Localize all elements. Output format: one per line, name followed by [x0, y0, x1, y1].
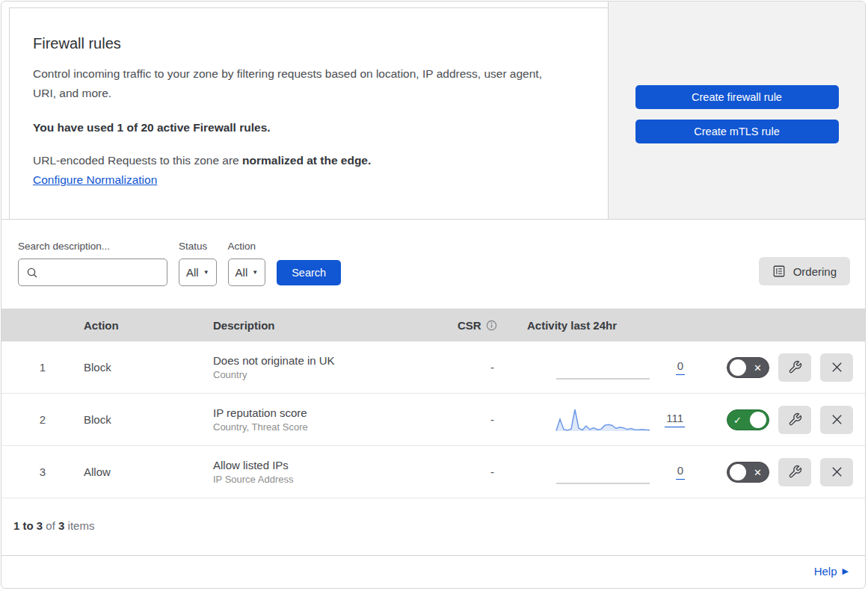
ordering-icon: [772, 264, 786, 278]
rule-description: Does not originate in UK: [213, 354, 458, 367]
rule-action: Block: [84, 361, 213, 374]
delete-rule-button[interactable]: [820, 458, 853, 486]
hero-section: Create firewall rule Create mTLS rule Fi…: [1, 1, 865, 220]
status-select[interactable]: All ▼: [179, 259, 217, 286]
toggle-state-icon: ✕: [754, 467, 762, 477]
status-label: Status: [179, 241, 217, 252]
rule-action: Allow: [84, 465, 213, 478]
delete-rule-button[interactable]: [820, 406, 853, 434]
action-select[interactable]: All ▼: [228, 259, 266, 286]
rule-enabled-toggle[interactable]: ✕: [727, 462, 769, 483]
search-field: Search description...: [18, 241, 167, 286]
page-title: Firewall rules: [33, 35, 578, 52]
description-column-header: Description: [213, 319, 458, 332]
edit-rule-button[interactable]: [778, 458, 811, 486]
pagination-range: 1 to 3: [13, 519, 43, 532]
create-mtls-rule-button[interactable]: Create mTLS rule: [635, 120, 839, 143]
rule-enabled-toggle[interactable]: ✓: [727, 409, 769, 430]
toggle-knob: [730, 359, 746, 376]
activity-count-link[interactable]: 0: [676, 464, 685, 480]
search-input[interactable]: [43, 259, 181, 285]
firewall-rules-page: Create firewall rule Create mTLS rule Fi…: [1, 1, 866, 589]
pagination-total: 3: [58, 519, 64, 532]
edit-rule-button[interactable]: [778, 406, 811, 434]
search-label: Search description...: [18, 241, 167, 252]
help-link-label: Help: [814, 565, 837, 578]
close-icon: [831, 413, 843, 426]
toggle-state-icon: ✓: [733, 415, 742, 424]
close-icon: [831, 361, 843, 374]
rule-enabled-toggle[interactable]: ✕: [727, 357, 769, 378]
rule-csr-value: -: [458, 361, 527, 374]
table-row: 2 Block IP reputation score Country, Thr…: [1, 394, 865, 446]
rule-priority: 3: [1, 465, 84, 478]
help-arrow-icon: ▶: [843, 566, 849, 576]
activity-sparkline: [555, 458, 650, 486]
info-icon[interactable]: [486, 320, 497, 331]
wrench-icon: [788, 412, 802, 427]
help-bar: Help ▶: [1, 555, 865, 587]
pagination-summary: 1 to 3 of 3 items: [1, 498, 865, 555]
create-firewall-rule-button[interactable]: Create firewall rule: [635, 85, 839, 109]
activity-sparkline: [555, 353, 650, 382]
pagination-items: items: [68, 519, 95, 532]
pagination-of: of: [46, 519, 55, 532]
chevron-down-icon: ▼: [252, 269, 258, 276]
rule-action: Block: [84, 413, 213, 426]
ordering-button[interactable]: Ordering: [759, 257, 850, 285]
hero-action-panel: Create firewall rule Create mTLS rule: [608, 1, 865, 219]
rule-priority: 1: [1, 361, 84, 374]
normalization-note-bold: normalized at the edge.: [242, 154, 371, 167]
action-select-value: All: [236, 266, 248, 279]
rule-criteria: Country, Threat Score: [213, 421, 458, 433]
rule-csr-value: -: [458, 465, 527, 478]
action-label: Action: [228, 241, 266, 252]
table-header-row: Action Description CSR Activity last 24h…: [1, 309, 865, 341]
close-icon: [831, 465, 843, 478]
activity-sparkline: [555, 406, 650, 434]
search-icon: [26, 267, 38, 279]
edit-rule-button[interactable]: [778, 353, 811, 382]
wrench-icon: [788, 465, 802, 479]
status-select-value: All: [186, 266, 199, 279]
table-row: 1 Block Does not originate in UK Country…: [1, 341, 865, 394]
rule-csr-value: -: [458, 413, 527, 426]
hero-card: Firewall rules Control incoming traffic …: [9, 7, 608, 219]
rules-table: Action Description CSR Activity last 24h…: [1, 309, 865, 555]
help-link[interactable]: Help ▶: [814, 565, 849, 578]
ordering-button-label: Ordering: [793, 265, 837, 278]
table-row: 3 Allow Allow listed IPs IP Source Addre…: [1, 446, 865, 498]
search-button[interactable]: Search: [277, 260, 341, 285]
normalization-note: URL-encoded Requests to this zone are no…: [33, 154, 578, 167]
rule-criteria: Country: [213, 369, 458, 380]
status-field: Status All ▼: [179, 241, 217, 286]
csr-column-label: CSR: [458, 319, 481, 332]
toggle-knob: [730, 464, 746, 480]
usage-note: You have used 1 of 20 active Firewall ru…: [33, 121, 578, 134]
chevron-down-icon: ▼: [203, 269, 209, 276]
delete-rule-button[interactable]: [820, 353, 853, 382]
rule-priority: 2: [1, 413, 84, 426]
normalization-note-text: URL-encoded Requests to this zone are: [33, 154, 242, 167]
filter-bar: Search description... Status All ▼ Actio…: [1, 220, 865, 309]
page-description: Control incoming traffic to your zone by…: [33, 64, 564, 103]
rule-description: IP reputation score: [213, 406, 458, 419]
toggle-knob: [750, 412, 766, 428]
rule-description: Allow listed IPs: [213, 459, 458, 471]
action-field: Action All ▼: [228, 241, 266, 286]
wrench-icon: [788, 360, 802, 374]
activity-count-link[interactable]: 0: [676, 359, 685, 375]
toggle-state-icon: ✕: [754, 362, 762, 372]
filter-group: Search description... Status All ▼ Actio…: [18, 241, 341, 286]
activity-count-link[interactable]: 111: [665, 412, 685, 427]
action-column-header: Action: [84, 319, 213, 332]
rule-criteria: IP Source Address: [213, 474, 458, 485]
search-input-box[interactable]: [18, 259, 167, 286]
configure-normalization-link[interactable]: Configure Normalization: [33, 173, 157, 187]
csr-column-header: CSR: [458, 319, 527, 332]
activity-column-header: Activity last 24hr: [527, 319, 697, 332]
